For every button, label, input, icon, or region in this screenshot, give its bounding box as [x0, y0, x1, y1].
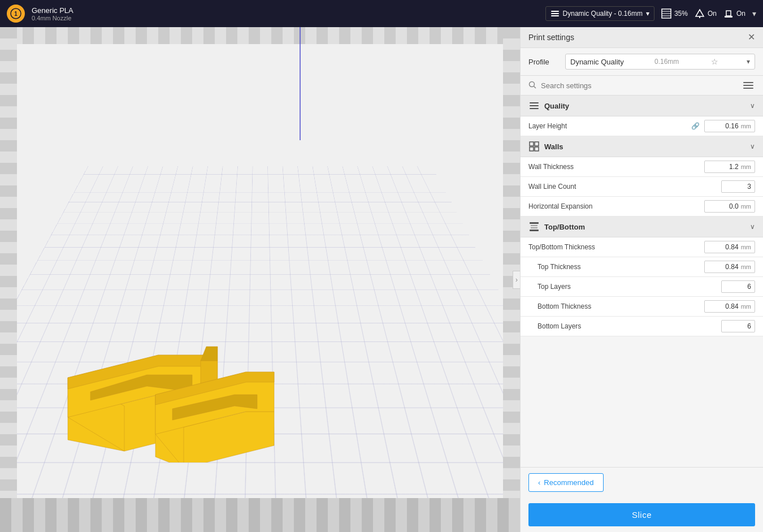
profile-name: Dynamic Quality: [570, 58, 624, 66]
wall-thickness-val: 1.2: [708, 163, 739, 171]
walls-title: Walls: [544, 142, 745, 151]
svg-point-14: [530, 81, 535, 86]
topbottom-title: Top/Bottom: [544, 223, 745, 231]
profile-favorite-icon[interactable]: ☆: [711, 57, 718, 66]
svg-rect-20: [535, 142, 539, 146]
machine-name: Generic PLA: [32, 6, 73, 15]
setting-horizontal-expansion: Horizontal Expansion 0.0 mm: [521, 197, 763, 217]
logo-icon: 1: [7, 5, 25, 23]
topbottom-icon: [528, 221, 540, 232]
bottom-thickness-label: Bottom Thickness: [528, 302, 700, 310]
wall-thickness-unit: mm: [741, 163, 751, 170]
svg-rect-2: [551, 11, 559, 12]
machine-nozzle: 0.4mm Nozzle: [32, 15, 73, 21]
svg-rect-4: [551, 15, 559, 16]
topbar: 1 Generic PLA 0.4mm Nozzle Dynamic Quali…: [0, 0, 763, 27]
svg-text:1: 1: [14, 11, 18, 17]
top-layers-value[interactable]: 6: [721, 280, 755, 293]
right-panel: Print settings ✕ Profile Dynamic Quality…: [520, 27, 763, 532]
svg-rect-3: [551, 13, 559, 14]
topbottom-thickness-label: Top/Bottom Thickness: [528, 243, 700, 251]
profile-select[interactable]: Dynamic Quality 0.16mm ☆ ▾: [565, 54, 755, 70]
setting-topbottom-thickness: Top/Bottom Thickness 0.84 mm: [521, 237, 763, 257]
bottom-thickness-value[interactable]: 0.84 mm: [704, 300, 755, 313]
horizontal-expansion-value[interactable]: 0.0 mm: [704, 200, 755, 213]
recommended-button[interactable]: ‹ Recommended: [528, 473, 604, 492]
wall-line-count-value[interactable]: 3: [721, 180, 755, 193]
recommended-back-icon: ‹: [538, 478, 540, 487]
infill-value: 35%: [674, 10, 688, 18]
infill-icon: [661, 8, 671, 19]
profile-dropdown[interactable]: Dynamic Quality - 0.16mm ▾: [545, 6, 654, 21]
search-input[interactable]: [541, 81, 737, 90]
profile-dropdown-arrow: ▾: [646, 10, 649, 18]
wall-line-count-val: 3: [725, 183, 751, 191]
topbottom-chevron-icon: ∨: [750, 223, 755, 231]
svg-line-15: [534, 86, 536, 88]
topbottom-thickness-value[interactable]: 0.84 mm: [704, 241, 755, 253]
layer-height-unit: mm: [741, 123, 751, 129]
viewport[interactable]: ›: [0, 27, 520, 532]
section-walls[interactable]: Walls ∨: [521, 136, 763, 157]
setting-bottom-layers: Bottom Layers 6: [521, 317, 763, 336]
top-layers-label: Top Layers: [528, 283, 717, 291]
support-item[interactable]: On: [695, 8, 717, 19]
profile-row: Profile Dynamic Quality 0.16mm ☆ ▾: [521, 48, 763, 76]
profile-label: Profile: [528, 58, 560, 66]
top-thickness-val: 0.84: [708, 263, 739, 271]
svg-rect-16: [530, 102, 539, 103]
setting-bottom-thickness: Bottom Thickness 0.84 mm: [521, 297, 763, 317]
search-bar: [521, 76, 763, 96]
main-area: › Print settings ✕ Profile Dynamic Quali…: [0, 27, 763, 532]
topbar-chevron[interactable]: ▾: [752, 9, 756, 18]
expand-viewport-arrow[interactable]: ›: [513, 271, 520, 289]
svg-rect-22: [535, 147, 539, 151]
border-bottom-deco: [0, 498, 520, 532]
walls-chevron-icon: ∨: [750, 142, 755, 150]
layer-height-link-icon[interactable]: 🔗: [691, 122, 700, 130]
svg-marker-9: [696, 10, 704, 16]
settings-menu-icon[interactable]: [742, 80, 755, 90]
border-left-deco: [0, 27, 17, 532]
wall-thickness-label: Wall Thickness: [528, 163, 700, 171]
infill-item[interactable]: 35%: [661, 8, 688, 19]
profile-chevron-icon: ▾: [747, 58, 750, 66]
setting-top-layers: Top Layers 6: [521, 277, 763, 297]
bottom-thickness-val: 0.84: [708, 302, 739, 310]
top-layers-val: 6: [725, 283, 751, 291]
svg-rect-12: [726, 11, 731, 16]
horizontal-expansion-label: Horizontal Expansion: [528, 202, 700, 210]
topbar-chevron-icon: ▾: [752, 9, 756, 18]
slice-button[interactable]: Slice: [528, 503, 755, 526]
setting-wall-line-count: Wall Line Count 3: [521, 177, 763, 197]
setting-top-thickness: Top Thickness 0.84 mm: [521, 257, 763, 277]
topbottom-thickness-val: 0.84: [708, 243, 739, 251]
vertical-guide-line: [300, 27, 301, 140]
bottom-layers-value[interactable]: 6: [721, 320, 755, 332]
recommended-label: Recommended: [544, 478, 593, 487]
profile-suffix: 0.16mm: [654, 58, 679, 66]
adhesion-item[interactable]: On: [723, 8, 745, 19]
topbottom-thickness-unit: mm: [741, 244, 751, 250]
section-quality[interactable]: Quality ∨: [521, 96, 763, 116]
svg-rect-23: [530, 222, 539, 224]
support-icon: [695, 8, 705, 19]
settings-list: Quality ∨ Layer Height 🔗 0.16 mm: [521, 96, 763, 467]
bottom-layers-val: 6: [725, 322, 751, 330]
top-thickness-value[interactable]: 0.84 mm: [704, 261, 755, 273]
layer-height-value[interactable]: 0.16 mm: [704, 120, 755, 132]
bottom-thickness-unit: mm: [741, 303, 751, 310]
quality-chevron-icon: ∨: [750, 102, 755, 110]
adhesion-value: On: [736, 10, 745, 18]
wall-thickness-value[interactable]: 1.2 mm: [704, 161, 755, 173]
machine-info: Generic PLA 0.4mm Nozzle: [32, 6, 73, 21]
svg-rect-18: [530, 108, 539, 109]
3d-object: [57, 293, 294, 464]
top-thickness-label: Top Thickness: [528, 263, 700, 271]
setting-wall-thickness: Wall Thickness 1.2 mm: [521, 157, 763, 177]
close-button[interactable]: ✕: [748, 33, 755, 42]
section-topbottom[interactable]: Top/Bottom ∨: [521, 217, 763, 237]
bottom-layers-label: Bottom Layers: [528, 322, 717, 330]
quality-icon: [528, 100, 540, 111]
panel-title: Print settings: [528, 33, 574, 42]
